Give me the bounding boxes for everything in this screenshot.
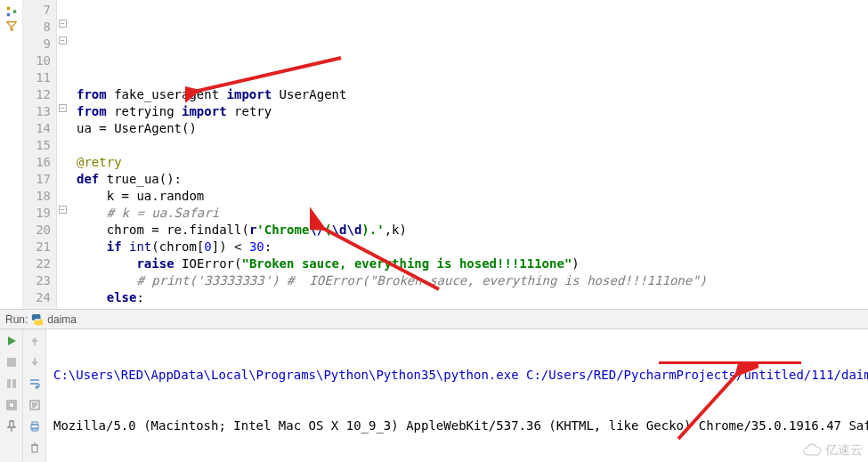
toggle-soft-wrap-button[interactable] <box>27 376 43 392</box>
python-icon <box>31 313 44 326</box>
run-tool-window: C:\Users\RED\AppData\Local\Programs\Pyth… <box>0 329 868 462</box>
svg-rect-7 <box>12 379 16 388</box>
svg-rect-6 <box>7 379 11 388</box>
code-line: def true_ua(): <box>77 171 868 188</box>
cloud-icon <box>802 443 822 458</box>
run-label: Run: <box>5 313 28 326</box>
editor-left-gutter <box>0 0 23 309</box>
dump-threads-button[interactable] <box>4 397 20 413</box>
code-line: if int(chrom[0]) < 30: <box>77 239 868 255</box>
svg-rect-9 <box>9 402 14 408</box>
code-line: else: <box>77 289 868 306</box>
fold-gutter: − − − − <box>57 0 69 309</box>
run-toolbar-secondary <box>23 329 46 462</box>
code-line: ua = UserAgent() <box>77 120 868 137</box>
down-button[interactable] <box>27 354 43 370</box>
code-line: @retry <box>77 154 868 171</box>
svg-rect-12 <box>32 422 37 425</box>
console-output[interactable]: C:\Users\RED\AppData\Local\Programs\Pyth… <box>46 329 868 462</box>
code-line <box>77 69 868 86</box>
code-line: # print('33333333') # IOError("Broken sa… <box>77 272 868 289</box>
fold-toggle-icon[interactable]: − <box>59 20 67 28</box>
code-line: raise IOError("Broken sauce, everything … <box>77 255 868 272</box>
stop-button[interactable] <box>4 354 20 370</box>
rerun-button[interactable] <box>4 333 20 349</box>
up-button[interactable] <box>27 333 43 349</box>
code-line: return k <box>77 306 868 309</box>
fold-toggle-icon[interactable]: − <box>59 104 67 112</box>
structure-icon[interactable] <box>5 5 18 18</box>
code-line: k = ua.random <box>77 188 868 205</box>
interpreter-path: C:\Users\RED\AppData\Local\Programs\Pyth… <box>53 367 868 384</box>
svg-rect-2 <box>12 10 16 13</box>
annotation-underline <box>659 361 801 364</box>
run-toolbar-primary <box>0 329 23 462</box>
print-button[interactable] <box>27 418 43 434</box>
scroll-to-end-button[interactable] <box>27 397 43 413</box>
fold-toggle-icon[interactable]: − <box>59 206 67 214</box>
code-line: from fake_useragent import UserAgent <box>77 86 868 103</box>
line-number-gutter: 789101112131415161718192021222324 <box>23 0 57 309</box>
clear-all-button[interactable] <box>27 440 43 456</box>
code-line <box>77 137 868 154</box>
code-line: # k = ua.Safari <box>77 205 868 222</box>
svg-rect-14 <box>32 445 37 452</box>
code-line: from retrying import retry <box>77 103 868 120</box>
code-area[interactable]: from fake_useragent import UserAgentfrom… <box>69 0 868 309</box>
code-editor[interactable]: 789101112131415161718192021222324 − − − … <box>0 0 868 310</box>
pin-button[interactable] <box>4 418 20 434</box>
stdout-line: Mozilla/5.0 (Macintosh; Intel Mac OS X 1… <box>53 417 868 434</box>
run-config-name: daima <box>47 313 77 326</box>
svg-rect-1 <box>6 13 10 17</box>
filter-icon[interactable] <box>5 20 18 32</box>
watermark: 亿速云 <box>802 442 863 458</box>
svg-rect-0 <box>6 7 10 11</box>
svg-rect-5 <box>7 358 16 367</box>
pause-button[interactable] <box>4 376 20 392</box>
run-tool-window-header[interactable]: Run: daima <box>0 310 868 329</box>
fold-toggle-icon[interactable]: − <box>59 36 67 45</box>
code-line: chrom = re.findall(r'Chrome\/(\d\d).',k) <box>77 222 868 239</box>
